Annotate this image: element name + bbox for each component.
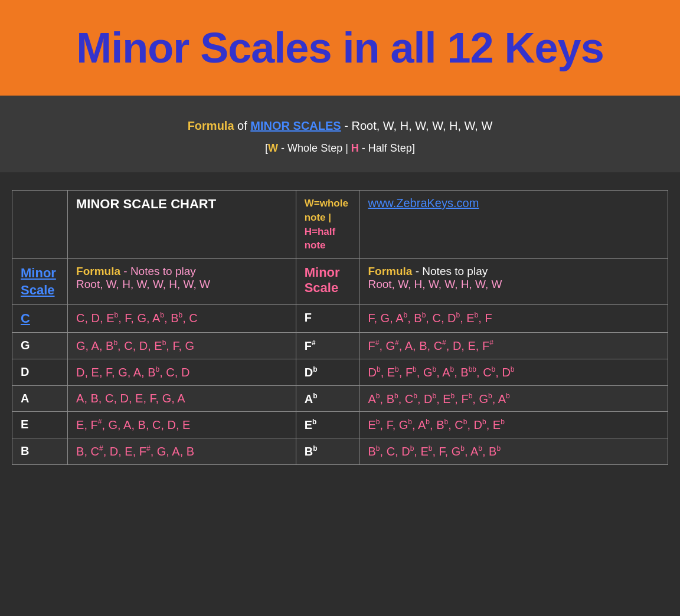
table-row: D D, E, F, G, A, Bb, C, D Db Db, Eb, Fb,…: [12, 359, 668, 386]
key-cell-eb: Eb: [296, 412, 359, 438]
formula-bold-label: Formula: [188, 119, 234, 132]
key-cell-d: D: [12, 359, 68, 386]
key-cell-f: F: [296, 305, 359, 333]
notes-cell-a: A, B, C, D, E, F, G, A: [68, 385, 296, 412]
whole-step-text: - Whole Step |: [278, 142, 351, 154]
table-row: C C, D, Eb, F, G, Ab, Bb, C F F, G, Ab, …: [12, 305, 668, 333]
header-col2: MINOR SCALE CHART: [68, 191, 296, 259]
half-step-text: - Half Step]: [359, 142, 415, 154]
page-title: Minor Scales in all 12 Keys: [12, 24, 668, 72]
table-row: G G, A, Bb, C, D, Eb, F, G F# F#, G#, A,…: [12, 333, 668, 359]
notes-cell-db: Db, Eb, Fb, Gb, Ab, Bbb, Cb, Db: [359, 359, 668, 386]
formula-key1-cell: MinorScale: [12, 259, 68, 305]
minor-scale-key-link[interactable]: MinorScale: [21, 266, 56, 297]
notes-cell-f: F, G, Ab, Bb, C, Db, Eb, F: [359, 305, 668, 333]
formula-notes2-cell: Formula - Notes to play Root, W, H, W, W…: [359, 259, 668, 305]
key-cell-b: B: [12, 438, 68, 465]
w-label: W: [268, 142, 278, 154]
key-cell-c: C: [12, 305, 68, 333]
table-row: B B, C#, D, E, F#, G, A, B Bb Bb, C, Db,…: [12, 438, 668, 465]
notes-cell-e: E, F#, G, A, B, C, D, E: [68, 412, 296, 438]
key-cell-ab: Ab: [296, 385, 359, 412]
zebrakeys-link[interactable]: www.ZebraKeys.com: [368, 196, 479, 209]
formula-line2: [W - Whole Step | H - Half Step]: [12, 142, 668, 155]
minor-scale-table: MINOR SCALE CHART W=whole note | H=half …: [12, 190, 668, 465]
header-section: Minor Scales in all 12 Keys: [0, 0, 680, 96]
notes-cell-c: C, D, Eb, F, G, Ab, Bb, C: [68, 305, 296, 333]
formula-notes-text-1: Root, W, H, W, W, H, W, W: [76, 278, 210, 290]
table-header-row: MINOR SCALE CHART W=whole note | H=half …: [12, 191, 668, 259]
header-col4: www.ZebraKeys.com: [359, 191, 668, 259]
notes-cell-b: B, C#, D, E, F#, G, A, B: [68, 438, 296, 465]
formula-notes-text-2: Root, W, H, W, W, H, W, W: [368, 278, 502, 290]
key-link-c[interactable]: C: [21, 311, 30, 326]
table-row: E E, F#, G, A, B, C, D, E Eb Eb, F, Gb, …: [12, 412, 668, 438]
formula-yellow-1: Formula: [76, 265, 120, 277]
formula-yellow-2: Formula: [368, 265, 412, 277]
formula-line1: Formula of MINOR SCALES - Root, W, H, W,…: [12, 119, 668, 133]
notes-cell-g: G, A, Bb, C, D, Eb, F, G: [68, 333, 296, 359]
formula-notes1-cell: Formula - Notes to play Root, W, H, W, W…: [68, 259, 296, 305]
formula-section: Formula of MINOR SCALES - Root, W, H, W,…: [0, 96, 680, 172]
table-section: MINOR SCALE CHART W=whole note | H=half …: [0, 172, 680, 477]
notes-cell-eb: Eb, F, Gb, Ab, Bb, Cb, Db, Eb: [359, 412, 668, 438]
key-cell-db: Db: [296, 359, 359, 386]
key-cell-e: E: [12, 412, 68, 438]
formula-pink-2: - Notes to play: [412, 265, 488, 277]
formula-suffix: - Root, W, H, W, W, H, W, W: [344, 119, 492, 132]
minor-scale-chart-label: MINOR SCALE CHART: [76, 196, 216, 211]
minor-scale-label-2: MinorScale: [305, 265, 340, 295]
formula-key2-cell: MinorScale: [296, 259, 359, 305]
header-col3: W=whole note | H=half note: [296, 191, 359, 259]
formula-pink-1: - Notes to play: [120, 265, 196, 277]
formula-of-text: of: [237, 119, 250, 132]
h-half-label: H=half note: [305, 226, 335, 251]
table-row: A A, B, C, D, E, F, G, A Ab Ab, Bb, Cb, …: [12, 385, 668, 412]
formula-row: MinorScale Formula - Notes to play Root,…: [12, 259, 668, 305]
key-cell-a: A: [12, 385, 68, 412]
key-cell-g: G: [12, 333, 68, 359]
notes-cell-bb: Bb, C, Db, Eb, F, Gb, Ab, Bb: [359, 438, 668, 465]
minor-scales-link[interactable]: MINOR SCALES: [250, 119, 341, 132]
w-whole-label: W=whole note |: [305, 198, 348, 223]
notes-cell-fsharp: F#, G#, A, B, C#, D, E, F#: [359, 333, 668, 359]
header-col1: [12, 191, 68, 259]
notes-cell-ab: Ab, Bb, Cb, Db, Eb, Fb, Gb, Ab: [359, 385, 668, 412]
h-label: H: [351, 142, 359, 154]
key-cell-bb: Bb: [296, 438, 359, 465]
notes-cell-d: D, E, F, G, A, Bb, C, D: [68, 359, 296, 386]
key-cell-fsharp: F#: [296, 333, 359, 359]
